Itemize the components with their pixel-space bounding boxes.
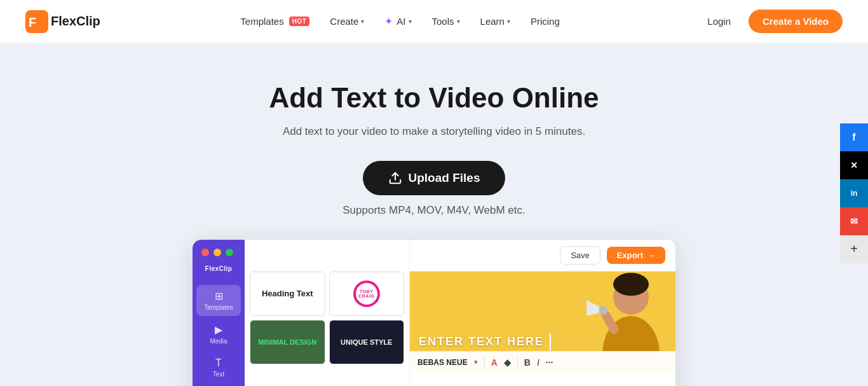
upload-button[interactable]: Upload Files	[363, 161, 506, 195]
nav-ai[interactable]: ✦ AI ▾	[377, 10, 419, 32]
facebook-share-button[interactable]: f	[840, 123, 868, 151]
nav-right: Login Create a Video	[700, 10, 843, 33]
svg-marker-7	[587, 300, 599, 316]
app-sidebar: FlexClip ⊞ Templates ▶ Media T Text 🎬 Vi…	[193, 240, 245, 386]
template-heading[interactable]: Heading Text	[250, 272, 325, 316]
nav-create[interactable]: Create ▾	[322, 11, 372, 32]
plus-icon: +	[850, 242, 858, 256]
editor-panel: Save Export →	[410, 240, 675, 386]
linkedin-share-button[interactable]: in	[840, 179, 868, 207]
chevron-down-icon: ▾	[361, 18, 364, 25]
svg-text:F: F	[29, 15, 36, 29]
email-icon: ✉	[850, 216, 858, 226]
template-toby[interactable]: TOBY CRAIG	[329, 272, 405, 316]
sidebar-logo: FlexClip	[205, 265, 233, 272]
linkedin-icon: in	[851, 189, 858, 198]
nav-tools[interactable]: Tools ▾	[424, 11, 468, 32]
chevron-down-icon[interactable]: ▾	[474, 358, 478, 366]
editor-canvas: ENTER TEXT HERE BEBAS NEUE ▾ A ◆ B I ···	[410, 272, 675, 373]
preview-wrapper: FlexClip ⊞ Templates ▶ Media T Text 🎬 Vi…	[13, 240, 855, 386]
save-button[interactable]: Save	[560, 246, 600, 265]
twitter-share-button[interactable]: ✕	[840, 151, 868, 179]
toolbar-separator	[517, 357, 518, 368]
svg-rect-8	[599, 307, 607, 314]
traffic-lights	[201, 249, 233, 256]
close-dot	[201, 249, 209, 256]
templates-icon: ⊞	[215, 290, 223, 302]
text-icon: T	[215, 357, 222, 369]
hero-title: Add Text to Video Online	[13, 81, 855, 115]
login-button[interactable]: Login	[700, 11, 738, 32]
text-cursor	[550, 334, 551, 350]
toby-circle: TOBY CRAIG	[353, 280, 380, 307]
logo[interactable]: F FlexClip	[25, 10, 100, 33]
more-options-icon[interactable]: ···	[546, 357, 553, 368]
template-minimal[interactable]: MINIMAL DESIGN	[250, 320, 325, 364]
hero-section: Add Text to Video Online Add text to you…	[0, 43, 868, 386]
bold-icon[interactable]: B	[524, 357, 531, 368]
font-name: BEBAS NEUE	[417, 358, 468, 367]
italic-icon[interactable]: I	[537, 357, 539, 368]
editor-topbar: Save Export →	[410, 240, 675, 272]
arrow-right-icon: →	[647, 251, 655, 260]
maximize-dot	[226, 249, 233, 256]
template-unique[interactable]: UNIQUE STYLE	[329, 320, 405, 364]
twitter-x-icon: ✕	[850, 160, 858, 170]
more-share-button[interactable]: +	[840, 235, 868, 263]
navbar: F FlexClip Templates HOT Create ▾ ✦ AI ▾…	[0, 0, 868, 43]
text-toolbar: BEBAS NEUE ▾ A ◆ B I ···	[410, 351, 675, 373]
sidebar-item-templates[interactable]: ⊞ Templates	[196, 285, 241, 316]
enter-text-label: ENTER TEXT HERE	[419, 334, 551, 350]
hero-subtitle: Add text to your video to make a storyte…	[13, 125, 855, 138]
svg-point-5	[613, 273, 649, 296]
minimize-dot	[214, 249, 221, 256]
email-share-button[interactable]: ✉	[840, 207, 868, 235]
chevron-down-icon: ▾	[507, 18, 510, 25]
templates-grid: Heading Text TOBY CRAIG MINIMAL DESIGN	[245, 240, 409, 369]
create-video-button[interactable]: Create a Video	[749, 10, 843, 33]
media-icon: ▶	[215, 324, 222, 336]
chevron-down-icon: ▾	[457, 18, 460, 25]
woman-image	[574, 272, 675, 354]
logo-text: FlexClip	[51, 14, 100, 29]
preview-card: FlexClip ⊞ Templates ▶ Media T Text 🎬 Vi…	[193, 240, 675, 386]
facebook-icon: f	[852, 132, 855, 143]
nav-pricing[interactable]: Pricing	[523, 11, 567, 32]
chevron-down-icon: ▾	[409, 18, 412, 25]
nav-learn[interactable]: Learn ▾	[473, 11, 518, 32]
sidebar-item-media[interactable]: ▶ Media	[196, 319, 241, 350]
font-color-icon[interactable]: A	[491, 357, 498, 368]
toolbar-separator	[484, 357, 485, 368]
nav-templates[interactable]: Templates HOT	[233, 11, 317, 32]
upload-icon	[388, 171, 402, 185]
ai-star-icon: ✦	[384, 15, 393, 27]
sidebar-item-text[interactable]: T Text	[196, 352, 241, 383]
templates-panel: Heading Text TOBY CRAIG MINIMAL DESIGN	[245, 240, 410, 386]
nav-links: Templates HOT Create ▾ ✦ AI ▾ Tools ▾ Le…	[233, 10, 567, 32]
social-sidebar: f ✕ in ✉ +	[840, 123, 868, 263]
highlight-icon[interactable]: ◆	[504, 357, 511, 368]
hot-badge: HOT	[289, 17, 310, 26]
export-button[interactable]: Export →	[607, 247, 665, 264]
supports-text: Supports MP4, MOV, M4V, WebM etc.	[13, 204, 855, 217]
